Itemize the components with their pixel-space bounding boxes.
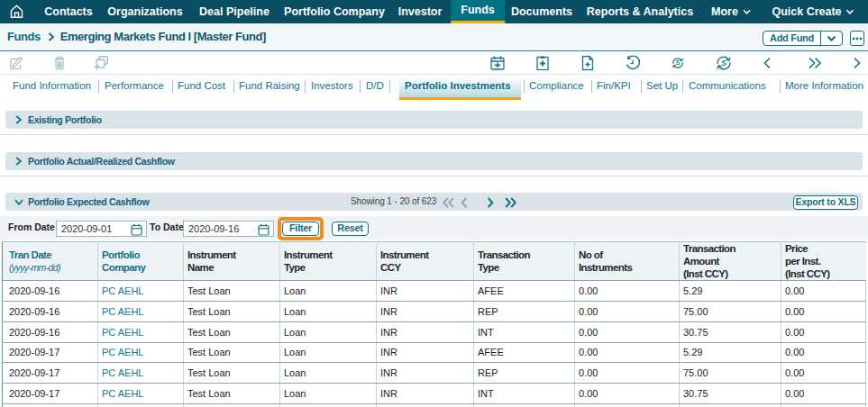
svg-text:S: S <box>676 59 681 66</box>
svg-text:S: S <box>721 59 726 68</box>
